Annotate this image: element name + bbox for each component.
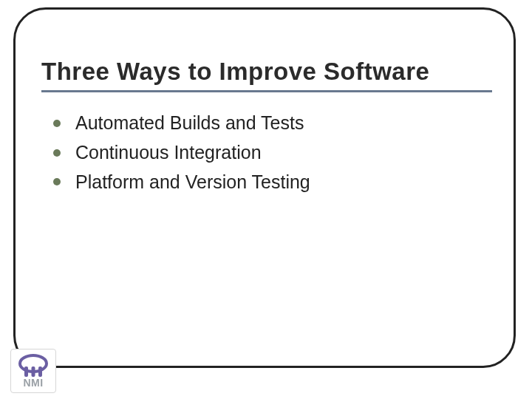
bullet-list: Automated Builds and Tests Continuous In… [53,111,467,199]
bullet-icon [53,178,61,185]
bullet-text: Platform and Version Testing [75,170,310,195]
list-item: Automated Builds and Tests [53,111,467,136]
list-item: Platform and Version Testing [53,170,467,195]
svg-rect-1 [24,366,28,377]
bullet-icon [53,149,61,157]
logo-glyph-icon [17,353,50,378]
bullet-icon [53,120,61,127]
logo-label: NMI [23,377,43,389]
list-item: Continuous Integration [53,140,467,166]
bullet-text: Automated Builds and Tests [75,111,304,136]
svg-rect-3 [38,366,42,377]
slide-title: Three Ways to Improve Software [41,58,492,92]
bullet-text: Continuous Integration [75,140,262,166]
svg-rect-2 [32,366,35,377]
nmi-logo: NMI [10,349,56,393]
